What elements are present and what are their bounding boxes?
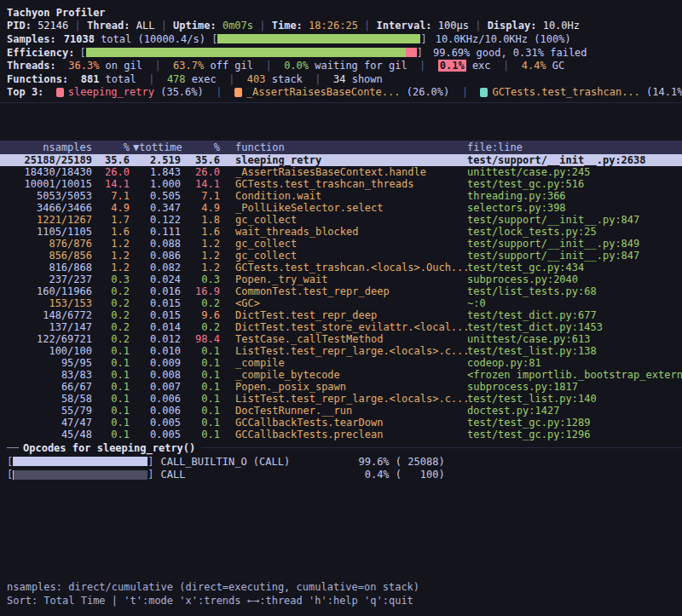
function-row[interactable]: 856/8561.20.0861.2gc_collecttest/support…: [0, 250, 682, 262]
top3-line: Top 3: sleeping_retry (35.6%) | _AssertR…: [7, 86, 682, 100]
function-row[interactable]: 5053/50537.10.5057.1Condition.waitthread…: [0, 190, 682, 202]
efficiency-bar: [86, 48, 417, 57]
function-row[interactable]: 47/470.10.0050.1GCCallbackTests.tearDown…: [0, 417, 682, 429]
threads-stat-text: waiting for gil: [309, 60, 407, 72]
top3-function-pct: (35.6%): [154, 86, 204, 98]
separator: |: [253, 20, 272, 32]
bar-close-bracket: ]: [147, 469, 153, 481]
threads-stat-label: Threads:: [7, 60, 68, 72]
cell-cumulative-pct: 4.9: [184, 202, 223, 214]
cell-direct-pct: 0.1: [95, 357, 133, 369]
function-row[interactable]: 83/830.10.0080.1_compile_bytecode<frozen…: [0, 369, 682, 381]
cell-cumulative-pct: 1.8: [184, 214, 223, 226]
cell-tottime: 0.005: [133, 429, 184, 440]
function-row[interactable]: 1105/11051.60.1111.6wait_threads_blocked…: [0, 226, 682, 238]
top3-function-pct: (14.1%): [640, 86, 682, 98]
function-row[interactable]: 58/580.10.0060.1ListTest.test_repr_large…: [0, 393, 682, 405]
cell-cumulative-pct: 98.4: [184, 333, 223, 345]
top3-function-name[interactable]: sleeping_retry: [68, 86, 154, 98]
function-row[interactable]: 10001/1001514.11.00014.1GCTests.test_tra…: [0, 178, 682, 190]
threads-stat-value: 0.0%: [284, 60, 309, 72]
header-fileline[interactable]: file:line: [467, 141, 682, 154]
profiler-terminal: Tachyon Profiler PID: 52146 | Thread: AL…: [0, 0, 682, 616]
function-row[interactable]: 148/67720.20.0159.6DictTest.test_repr_de…: [0, 309, 682, 321]
cell-file-line: doctest.py:1427: [467, 405, 682, 417]
cell-file-line: subprocess.py:2040: [467, 273, 682, 285]
efficiency-label: Efficiency:: [7, 47, 74, 59]
header-tottime[interactable]: ▼tottime: [133, 141, 184, 154]
cell-nsamples: 122/69721: [0, 333, 95, 345]
functions-stat-text: total: [99, 73, 136, 85]
cell-function: TestCase._callTestMethod: [223, 333, 467, 345]
function-row[interactable]: 237/2370.30.0240.3Popen._try_waitsubproc…: [0, 273, 682, 285]
uptime-value: 0m07s: [223, 20, 253, 32]
opcode-name: CALL: [160, 469, 358, 481]
cell-cumulative-pct: 16.9: [184, 285, 223, 297]
interval-label: Interval:: [377, 20, 438, 32]
header-[interactable]: %: [184, 141, 223, 154]
cell-function: _PollLikeSelector.select: [223, 202, 467, 214]
cell-function: DictTest.test_store_evilattr.<local...: [223, 321, 467, 333]
cell-cumulative-pct: 0.3: [184, 273, 223, 285]
cell-direct-pct: 0.1: [95, 405, 133, 417]
cell-file-line: test/test_dict.py:1453: [467, 321, 682, 333]
cell-tottime: 0.024: [133, 273, 184, 285]
threads-stat-text: on gil: [99, 60, 142, 72]
cell-tottime: 0.012: [133, 333, 184, 345]
cell-function: GCTests.test_trashcan_threads: [223, 178, 467, 190]
function-row[interactable]: 816/8681.20.0821.2GCTests.test_trashcan.…: [0, 262, 682, 273]
function-row[interactable]: 122/697210.20.01298.4TestCase._callTestM…: [0, 333, 682, 345]
time-value: 18:26:25: [309, 20, 358, 32]
cell-tottime: 0.014: [133, 321, 184, 333]
cell-cumulative-pct: 1.6: [184, 226, 223, 238]
functions-stat-text: exec: [186, 73, 217, 85]
cell-tottime: 0.006: [133, 393, 184, 405]
function-row[interactable]: 876/8761.20.0881.2gc_collecttest/support…: [0, 238, 682, 250]
threads-stat-text: GC: [546, 60, 565, 72]
function-row[interactable]: 153/1530.20.0150.2<GC>~:0: [0, 297, 682, 309]
cell-nsamples: 816/868: [0, 262, 95, 273]
cell-tottime: 0.015: [133, 297, 184, 309]
cell-file-line: test/test_gc.py:1289: [467, 417, 682, 429]
top3-function-name[interactable]: _AssertRaisesBaseConte...: [246, 86, 401, 98]
cell-cumulative-pct: 0.1: [184, 345, 223, 357]
cell-direct-pct: 0.2: [95, 285, 133, 297]
header-[interactable]: %: [95, 141, 133, 154]
time-label: Time:: [272, 20, 309, 32]
samples-rate: 10.0KHz/10.0KHz (100%): [436, 33, 571, 45]
threads-stat-value: 4.4%: [522, 60, 546, 72]
cell-file-line: test/support/__init__.py:2638: [467, 154, 682, 166]
cell-direct-pct: 1.2: [95, 262, 133, 273]
separator: |: [491, 60, 522, 72]
function-row[interactable]: 160/119660.20.01616.9CommonTest.test_rep…: [0, 285, 682, 297]
threads-stat-value: 0.1%: [438, 60, 466, 72]
cell-file-line: test/test_gc.py:516: [467, 178, 682, 190]
separator: |: [68, 20, 87, 32]
function-row[interactable]: 55/790.10.0060.1DocTestRunner.__rundocte…: [0, 405, 682, 417]
cell-file-line: selectors.py:398: [467, 202, 682, 214]
function-row[interactable]: 137/1470.20.0140.2DictTest.test_store_ev…: [0, 321, 682, 333]
cell-direct-pct: 0.2: [95, 333, 133, 345]
functions-stat-text: stack: [266, 73, 303, 85]
cell-nsamples: 5053/5053: [0, 190, 95, 202]
cell-tottime: 0.088: [133, 238, 184, 250]
samples-label: Samples:: [7, 33, 56, 45]
function-row[interactable]: 95/950.10.0090.1_compilecodeop.py:81: [0, 357, 682, 369]
top3-function-name[interactable]: GCTests.test_trashcan...: [492, 86, 639, 98]
header-function[interactable]: function: [223, 141, 467, 154]
cell-cumulative-pct: 1.2: [184, 262, 223, 273]
function-row[interactable]: 1221/12671.70.1221.8gc_collecttest/suppo…: [0, 214, 682, 226]
function-row[interactable]: 18430/1843026.01.84326.0_AssertRaisesBas…: [0, 166, 682, 178]
bar-close-bracket: ]: [147, 456, 153, 468]
cell-direct-pct: 7.1: [95, 190, 133, 202]
header-nsamples[interactable]: nsamples: [0, 141, 95, 154]
separator: |: [449, 86, 480, 98]
flask-icon: [480, 88, 488, 97]
function-row[interactable]: 3466/34664.90.3474.9_PollLikeSelector.se…: [0, 202, 682, 214]
threads-stat-value: 36.3%: [68, 60, 99, 72]
function-row[interactable]: 100/1000.10.0100.1ListTest.test_repr_lar…: [0, 345, 682, 357]
cell-function: sleeping_retry: [223, 154, 467, 166]
function-row[interactable]: 66/670.10.0070.1Popen._posix_spawnsubpro…: [0, 381, 682, 393]
function-row[interactable]: 45/480.10.0050.1GCCallbackTests.preclean…: [0, 429, 682, 440]
function-row[interactable]: 25188/2518935.62.51935.6sleeping_retryte…: [0, 154, 682, 166]
